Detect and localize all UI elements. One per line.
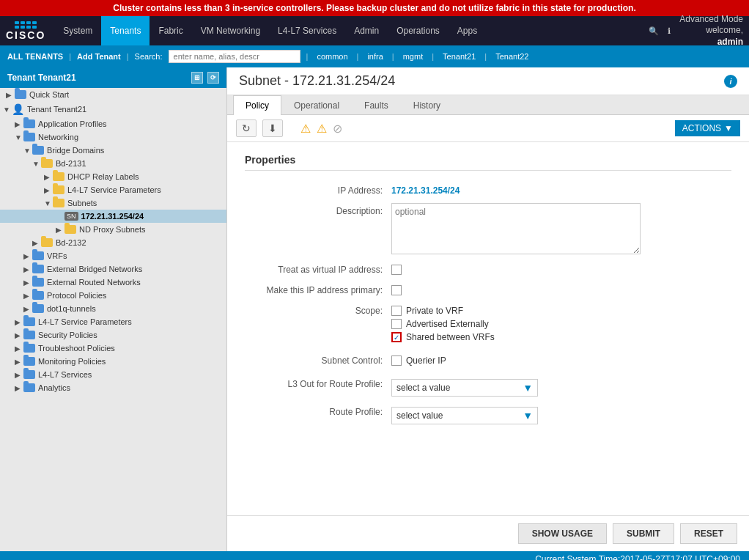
sidebar-item-protocol[interactable]: ▶ Protocol Policies — [0, 289, 226, 302]
download-button[interactable]: ⬇ — [262, 119, 283, 137]
treat-virtual-label: Treat as virtual IP address: — [245, 262, 391, 275]
arrow-dhcprelay: ▶ — [44, 173, 53, 181]
sidebar-item-ndproxy[interactable]: ▶ ND Proxy Subnets — [0, 223, 226, 236]
description-row: Description: — [245, 203, 731, 254]
nav-operations[interactable]: Operations — [388, 16, 449, 45]
tenant-common-link[interactable]: common — [314, 52, 350, 61]
description-input[interactable] — [391, 203, 641, 254]
arrow-bridgedomains: ▼ — [23, 147, 32, 155]
tab-history[interactable]: History — [401, 95, 453, 115]
scope-private-row: Private to VRF — [391, 306, 731, 316]
sidebar-item-bridgedomains[interactable]: ▼ Bridge Domains — [0, 144, 226, 157]
nav-tenants[interactable]: Tenants — [101, 16, 150, 45]
tenant-infra-link[interactable]: infra — [364, 52, 385, 61]
sidebar-grid-icon[interactable]: ⊞ — [191, 72, 203, 84]
sidebar-item-l4l7serviceparams[interactable]: ▶ L4-L7 Service Parameters — [0, 315, 226, 328]
label-l4l7services: L4-L7 Services — [38, 370, 92, 379]
scope-advertised-checkbox[interactable] — [391, 319, 402, 329]
folder-monitoring — [23, 357, 35, 366]
warning-icon: ⚠ — [300, 122, 311, 136]
nav-apps[interactable]: Apps — [449, 16, 486, 45]
add-tenant-link[interactable]: Add Tenant — [77, 52, 121, 61]
scope-shared-checkbox[interactable] — [391, 332, 402, 342]
tenant-tenant22-link[interactable]: Tenant22 — [492, 52, 531, 61]
top-nav: CISCO System Tenants Fabric VM Networkin… — [0, 16, 749, 45]
scope-row: Scope: Private to VRF Advertised Externa… — [245, 303, 731, 345]
treat-virtual-checkbox[interactable] — [391, 265, 402, 275]
all-tenants-link[interactable]: ALL TENANTS — [7, 52, 63, 61]
show-usage-button[interactable]: SHOW USAGE — [518, 523, 607, 544]
sidebar-item-subnet-addr[interactable]: SN 172.21.31.254/24 — [0, 210, 226, 223]
sidebar-item-extbridged[interactable]: ▶ External Bridged Networks — [0, 262, 226, 276]
sidebar-item-dot1q[interactable]: ▶ dot1q-tunnels — [0, 302, 226, 315]
reset-button[interactable]: RESET — [680, 523, 737, 544]
label-bridgedomains: Bridge Domains — [47, 146, 104, 155]
sidebar-item-l4l7services[interactable]: ▶ L4-L7 Services — [0, 368, 226, 381]
make-primary-value — [391, 282, 731, 295]
folder-bd2132 — [41, 238, 53, 247]
sidebar-item-subnets[interactable]: ▼ Subnets — [0, 196, 226, 210]
sidebar-item-bd2132[interactable]: ▶ Bd-2132 — [0, 236, 226, 249]
folder-l4l7params-bd — [53, 185, 64, 194]
nav-l4l7[interactable]: L4-L7 Services — [269, 16, 345, 45]
make-primary-row: Make this IP address primary: — [245, 282, 731, 295]
cisco-logo-dots — [15, 21, 37, 29]
folder-bridgedomains — [32, 146, 44, 155]
tab-policy[interactable]: Policy — [233, 95, 281, 115]
info-icon[interactable]: i — [724, 75, 737, 88]
main-layout: Tenant Tenant21 ⊞ ⟳ ▶ Quick Start ▼ 👤 Te… — [0, 67, 749, 551]
sidebar-item-securitypolicies[interactable]: ▶ Security Policies — [0, 328, 226, 342]
arrow-bd2131: ▼ — [32, 160, 41, 168]
tab-faults[interactable]: Faults — [352, 95, 401, 115]
sidebar-item-quickstart[interactable]: ▶ Quick Start — [0, 88, 226, 101]
arrow-dot1q: ▶ — [23, 305, 32, 313]
search-icon[interactable]: 🔍 — [649, 26, 659, 36]
folder-subnets — [53, 199, 64, 207]
tab-operational[interactable]: Operational — [281, 95, 352, 115]
refresh-button[interactable]: ↻ — [236, 119, 257, 137]
label-l4l7params-bd: L4-L7 Service Parameters — [67, 185, 161, 194]
querier-ip-row: Querier IP — [391, 355, 731, 366]
page-title: Subnet - 172.21.31.254/24 — [239, 73, 395, 89]
sidebar-item-appprofiles[interactable]: ▶ Application Profiles — [0, 117, 226, 130]
info-nav-icon[interactable]: ℹ — [668, 26, 671, 36]
label-tenant21: Tenant Tenant21 — [27, 105, 86, 114]
nav-system[interactable]: System — [54, 16, 101, 45]
scope-shared-label: Shared between VRFs — [406, 332, 495, 342]
sidebar-item-troubleshoot[interactable]: ▶ Troubleshoot Policies — [0, 342, 226, 355]
scope-private-checkbox[interactable] — [391, 306, 402, 316]
tenant-tenant21-link[interactable]: Tenant21 — [440, 52, 479, 61]
sidebar-item-tenant21[interactable]: ▼ 👤 Tenant Tenant21 — [0, 101, 226, 117]
actions-button[interactable]: ACTIONS ▼ — [675, 120, 740, 136]
arrow-appprofiles: ▶ — [15, 120, 23, 128]
sidebar-title: Tenant Tenant21 — [7, 73, 76, 83]
sidebar-refresh-icon[interactable]: ⟳ — [207, 72, 219, 84]
arrow-securitypolicies: ▶ — [15, 331, 23, 339]
nav-vm-networking[interactable]: VM Networking — [192, 16, 269, 45]
sidebar-item-networking[interactable]: ▼ Networking — [0, 130, 226, 144]
arrow-subnet-addr — [56, 213, 64, 221]
tenant-search-input[interactable] — [169, 50, 300, 63]
sidebar-item-bd2131[interactable]: ▼ Bd-2131 — [0, 157, 226, 170]
tenant-mgmt-link[interactable]: mgmt — [400, 52, 427, 61]
l3out-select[interactable]: select a value ▼ — [391, 379, 538, 397]
subnet-control-label: Subnet Control: — [245, 353, 391, 366]
nav-fabric[interactable]: Fabric — [150, 16, 191, 45]
nav-admin[interactable]: Admin — [345, 16, 388, 45]
sidebar-item-extrouted[interactable]: ▶ External Routed Networks — [0, 276, 226, 289]
sidebar-item-dhcprelay[interactable]: ▶ DHCP Relay Labels — [0, 170, 226, 183]
routeprofile-select[interactable]: select value ▼ — [391, 407, 538, 424]
arrow-tenant21: ▼ — [3, 106, 12, 114]
sidebar: Tenant Tenant21 ⊞ ⟳ ▶ Quick Start ▼ 👤 Te… — [0, 67, 227, 551]
arrow-networking: ▼ — [15, 133, 23, 141]
sidebar-item-monitoring[interactable]: ▶ Monitoring Policies — [0, 355, 226, 368]
ip-address-label: IP Address: — [245, 183, 391, 196]
make-primary-checkbox[interactable] — [391, 285, 402, 295]
sidebar-item-l4l7params-bd[interactable]: ▶ L4-L7 Service Parameters — [0, 183, 226, 196]
sidebar-item-vrfs[interactable]: ▶ VRFs — [0, 249, 226, 262]
folder-dot1q — [32, 304, 44, 313]
querier-ip-checkbox[interactable] — [391, 355, 402, 366]
submit-button[interactable]: SUBMIT — [613, 523, 674, 544]
routeprofile-select-arrow: ▼ — [523, 410, 533, 421]
sidebar-item-analytics[interactable]: ▶ Analytics — [0, 381, 226, 394]
